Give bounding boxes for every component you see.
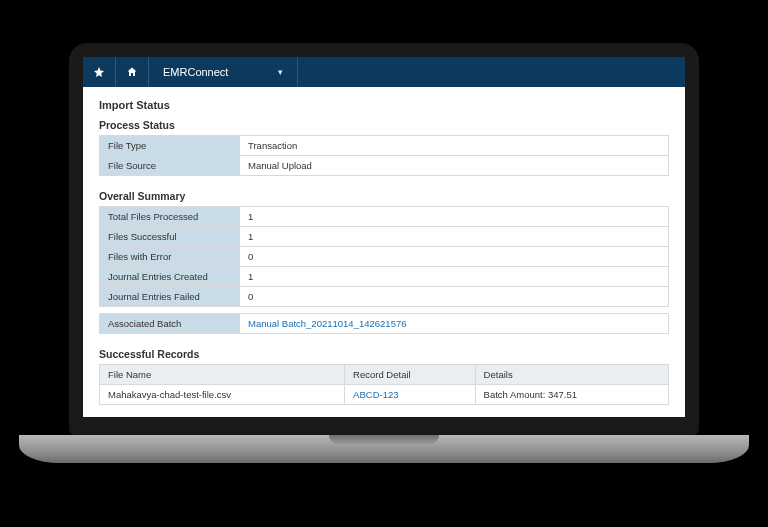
row-value: 1 — [240, 206, 669, 226]
row-label: Total Files Processed — [100, 206, 240, 226]
table-row: Total Files Processed 1 — [100, 206, 669, 226]
row-label: File Type — [100, 135, 240, 155]
overall-summary-table: Total Files Processed 1 Files Successful… — [99, 206, 669, 307]
table-row: Journal Entries Created 1 — [100, 266, 669, 286]
table-row: File Source Manual Upload — [100, 155, 669, 175]
row-label: Files with Error — [100, 246, 240, 266]
row-value: Transaction — [240, 135, 669, 155]
col-record-detail: Record Detail — [345, 364, 476, 384]
app-switcher[interactable]: EMRConnect ▾ — [149, 57, 298, 87]
associated-batch-link[interactable]: Manual Batch_20211014_142621576 — [248, 318, 406, 329]
app-name: EMRConnect — [163, 66, 228, 78]
home-icon — [126, 66, 138, 78]
process-status-table: File Type Transaction File Source Manual… — [99, 135, 669, 176]
topbar: EMRConnect ▾ — [83, 57, 685, 87]
successful-records-table: File Name Record Detail Details Mahakavy… — [99, 364, 669, 405]
col-file-name: File Name — [100, 364, 345, 384]
laptop-mockup: EMRConnect ▾ Import Status Process Statu… — [69, 43, 699, 463]
row-label: Journal Entries Created — [100, 266, 240, 286]
content-area: Import Status Process Status File Type T… — [83, 87, 685, 417]
process-status-heading: Process Status — [99, 119, 669, 131]
associated-batch-row: Associated Batch Manual Batch_20211014_1… — [100, 313, 669, 333]
row-value: 0 — [240, 246, 669, 266]
cell-record-detail-link[interactable]: ABCD-123 — [353, 389, 398, 400]
col-details: Details — [475, 364, 668, 384]
screen-bezel: EMRConnect ▾ Import Status Process Statu… — [69, 43, 699, 435]
star-icon — [93, 66, 105, 78]
laptop-base — [19, 435, 749, 463]
table-header-row: File Name Record Detail Details — [100, 364, 669, 384]
table-row: Files with Error 0 — [100, 246, 669, 266]
associated-batch-table: Associated Batch Manual Batch_20211014_1… — [99, 313, 669, 334]
table-row: Journal Entries Failed 0 — [100, 286, 669, 306]
successful-records-heading: Successful Records — [99, 348, 669, 360]
table-row: Files Successful 1 — [100, 226, 669, 246]
home-button[interactable] — [116, 57, 149, 87]
overall-summary-heading: Overall Summary — [99, 190, 669, 202]
app-screen: EMRConnect ▾ Import Status Process Statu… — [83, 57, 685, 417]
row-label: Files Successful — [100, 226, 240, 246]
cell-file-name: Mahakavya-chad-test-file.csv — [100, 384, 345, 404]
row-label: File Source — [100, 155, 240, 175]
row-label: Journal Entries Failed — [100, 286, 240, 306]
row-value: 1 — [240, 226, 669, 246]
cell-details: Batch Amount: 347.51 — [475, 384, 668, 404]
page-title: Import Status — [99, 99, 669, 111]
favorites-button[interactable] — [83, 57, 116, 87]
table-row: Mahakavya-chad-test-file.csv ABCD-123 Ba… — [100, 384, 669, 404]
row-value: 0 — [240, 286, 669, 306]
table-row: File Type Transaction — [100, 135, 669, 155]
row-value: 1 — [240, 266, 669, 286]
chevron-down-icon: ▾ — [278, 67, 283, 77]
associated-batch-label: Associated Batch — [100, 313, 240, 333]
row-value: Manual Upload — [240, 155, 669, 175]
